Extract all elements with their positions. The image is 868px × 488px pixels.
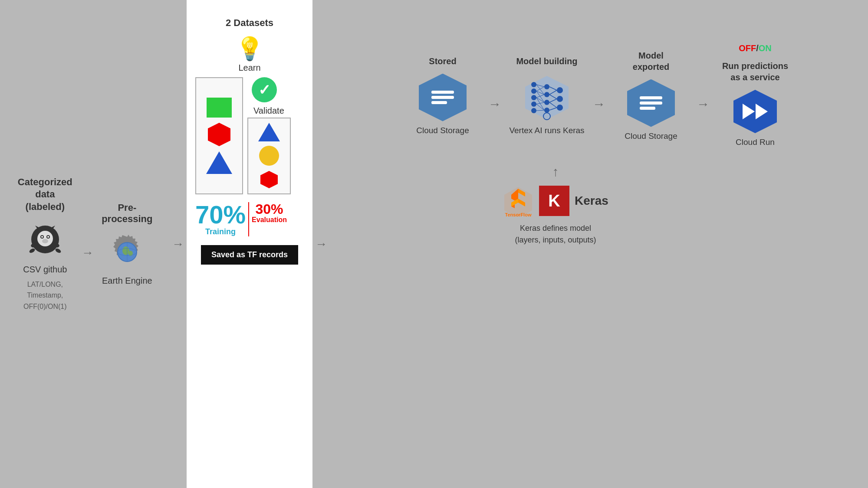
github-icon [26,221,65,260]
svg-point-24 [531,88,536,94]
defines-text: Keras defines model(layers, inputs, outp… [515,223,596,246]
evaluation-label: Evaluation [252,216,287,224]
vertex-ai-label: Vertex AI runs Keras [509,126,584,135]
cloud-storage-label-1: Cloud Storage [416,126,469,135]
learn-label: Learn [238,63,260,73]
percent-30: 30% [256,202,283,216]
vertex-ai-icon [523,74,571,121]
checkmark-circle: ✓ [252,77,277,102]
cloud-storage-icon-2 [627,79,675,127]
svg-point-34 [557,105,563,111]
svg-point-13 [55,248,62,254]
csv-github-label: CSV github [23,265,67,275]
model-building-title: Model building [516,56,577,67]
svg-text:TensorFlow: TensorFlow [505,212,532,216]
keras-logo: K [539,186,569,216]
model-exported-title: Modelexported [633,50,669,72]
svg-point-29 [544,92,549,97]
arrow-center-right: → [312,0,330,488]
validate-box [247,118,291,194]
arrow-step1-2: → [488,97,501,111]
percent-70-col: 70% Training [195,202,246,236]
tensorflow-logo: TensorFlow [503,185,534,216]
svg-point-33 [557,96,563,102]
on-text: ON [759,43,772,53]
earth-engine-label: Earth Engine [102,276,152,286]
step-cloud-run: OFF / ON Run predictionsas a service Clo… [710,43,801,147]
red-hexagon [207,122,232,147]
run-predictions-title: Run predictionsas a service [722,60,788,83]
tf-keras-row: TensorFlow K Keras [503,185,608,216]
tf-records-box: Saved as TF records [201,245,298,265]
cloud-run-icon [733,90,777,133]
svg-point-30 [544,100,549,105]
col-earth-engine: Pre-processing Earth Engine [94,202,161,286]
tf-keras-group: ↑ TensorFlow K Keras [503,164,608,246]
blue-tri-validate [258,123,280,141]
pipeline-row: Stored Cloud Storage → Model building [397,43,801,147]
left-section: Categorized data(labeled) [0,0,169,488]
learn-area: 💡 Learn [236,36,264,73]
red-hex-small [260,170,279,189]
blue-triangle [206,151,232,174]
svg-point-26 [531,102,536,107]
green-square [207,98,232,118]
datasets-row: ✓ Validate [195,77,304,194]
percent-row: 70% Training 30% Evaluation [195,202,304,236]
tf-records-label: Saved as TF records [211,250,288,259]
svg-marker-20 [208,123,230,146]
svg-point-12 [29,248,36,254]
main-layout: Categorized data(labeled) [0,0,868,488]
step-model-exported: Modelexported Cloud Storage [605,50,697,141]
divider [248,202,249,236]
bottom-row: ↑ TensorFlow K Keras [339,160,859,246]
arrow-1: → [82,246,94,260]
lightbulb-icon: 💡 [236,36,264,62]
validate-label: Validate [253,106,284,116]
svg-point-23 [531,82,536,87]
svg-point-7 [42,239,48,243]
keras-text-label: Keras [575,194,608,208]
percent-30-col: 30% Evaluation [252,202,287,224]
datasets-title: 2 Datasets [226,17,273,29]
validate-col: ✓ Validate [247,77,291,194]
cloud-storage-icon-1 [419,74,467,121]
svg-point-2 [37,231,53,246]
svg-point-5 [41,236,43,238]
off-on-badge: OFF / ON [739,43,772,53]
svg-marker-21 [260,171,278,188]
svg-point-27 [531,108,536,113]
earth-engine-icon [108,233,147,272]
step-model-building: Model building [501,56,592,135]
left-content: Categorized data(labeled) [9,176,161,312]
off-text: OFF [739,43,756,53]
svg-point-6 [47,236,49,238]
svg-point-28 [544,84,549,89]
yellow-circle [259,146,279,166]
arrow-step3-4: → [697,97,710,111]
svg-point-32 [557,87,563,93]
step-stored: Stored Cloud Storage [397,56,488,135]
center-section: 2 Datasets 💡 Learn ✓ Validate [187,0,312,488]
arrow-step2-3: → [592,97,605,111]
categorized-data-title: Categorized data(labeled) [15,176,75,213]
training-label: Training [205,227,236,236]
up-arrow: ↑ [552,164,559,179]
percent-70: 70% [195,202,246,227]
csv-github-sublabel: LAT/LONG,Timestamp,OFF(0)/ON(1) [23,279,67,312]
svg-point-16 [122,246,129,255]
col-csv-github: Categorized data(labeled) [9,176,82,312]
svg-point-25 [531,95,536,100]
preprocessing-title: Pre-processing [100,202,154,225]
train-box [195,77,243,194]
right-section: Stored Cloud Storage → Model building [330,0,868,488]
cloud-run-label: Cloud Run [736,138,775,147]
cloud-storage-label-2: Cloud Storage [625,131,677,141]
stored-title: Stored [429,56,456,67]
arrow-left-center: → [169,0,187,488]
